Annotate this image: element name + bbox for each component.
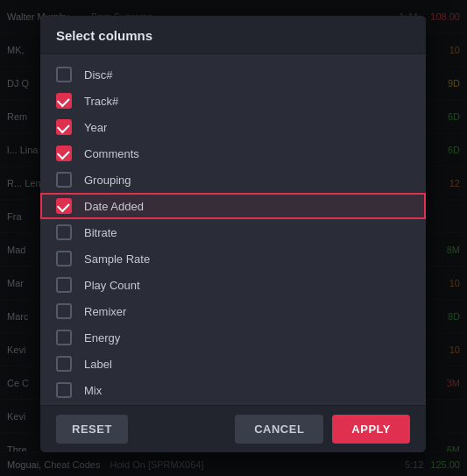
checkbox-play-count[interactable]: [56, 277, 72, 293]
checkbox-comments[interactable]: [56, 146, 72, 161]
checkbox-bitrate[interactable]: [56, 224, 72, 240]
footer-btn-group: CANCEL APPLY: [235, 415, 410, 444]
column-item-date-added[interactable]: Date Added: [40, 193, 426, 219]
checkbox-track[interactable]: [56, 93, 72, 109]
select-columns-dialog: Select columns Disc# Track# Year Comment…: [40, 16, 426, 452]
column-label-grouping: Grouping: [84, 174, 131, 187]
column-label-energy: Energy: [84, 331, 120, 345]
checkbox-mix[interactable]: [56, 382, 72, 398]
column-label-comments: Comments: [84, 147, 139, 160]
column-item-mix[interactable]: Mix: [40, 377, 426, 403]
checkbox-energy[interactable]: [56, 330, 72, 345]
column-label-disc: Disc#: [84, 68, 113, 82]
apply-button[interactable]: APPLY: [332, 415, 410, 444]
dialog-footer: RESET CANCEL APPLY: [40, 405, 426, 452]
column-item-grouping[interactable]: Grouping: [40, 167, 426, 193]
column-item-bitrate[interactable]: Bitrate: [40, 219, 426, 245]
checkbox-grouping[interactable]: [56, 172, 72, 188]
column-label-remixer: Remixer: [84, 305, 126, 318]
column-label-bitrate: Bitrate: [84, 226, 117, 239]
column-label-mix: Mix: [84, 384, 102, 397]
column-label-sample-rate: Sample Rate: [84, 252, 150, 266]
column-label-play-count: Play Count: [84, 279, 140, 292]
cancel-button[interactable]: CANCEL: [235, 415, 323, 444]
column-item-track[interactable]: Track#: [40, 88, 426, 114]
column-item-sample-rate[interactable]: Sample Rate: [40, 245, 426, 272]
column-item-play-count[interactable]: Play Count: [40, 272, 426, 298]
reset-button[interactable]: RESET: [56, 415, 128, 444]
checkbox-sample-rate[interactable]: [56, 251, 72, 266]
column-label-year: Year: [84, 121, 107, 134]
column-item-label[interactable]: Label: [40, 351, 426, 377]
column-item-tags[interactable]: Tags: [40, 403, 426, 405]
column-item-remixer[interactable]: Remixer: [40, 298, 426, 324]
column-item-disc[interactable]: Disc#: [40, 61, 426, 88]
column-label-date-added: Date Added: [84, 200, 144, 213]
column-label-track: Track#: [84, 95, 118, 108]
checkbox-remixer[interactable]: [56, 303, 72, 319]
checkbox-year[interactable]: [56, 119, 72, 135]
column-label-label: Label: [84, 358, 112, 371]
checkbox-date-added[interactable]: [56, 198, 72, 214]
column-list: Disc# Track# Year Comments Grouping Date…: [40, 54, 426, 405]
checkbox-disc[interactable]: [56, 67, 72, 82]
dialog-title: Select columns: [40, 16, 426, 54]
column-item-energy[interactable]: Energy: [40, 324, 426, 351]
checkbox-label[interactable]: [56, 356, 72, 372]
column-item-comments[interactable]: Comments: [40, 140, 426, 167]
column-item-year[interactable]: Year: [40, 114, 426, 140]
